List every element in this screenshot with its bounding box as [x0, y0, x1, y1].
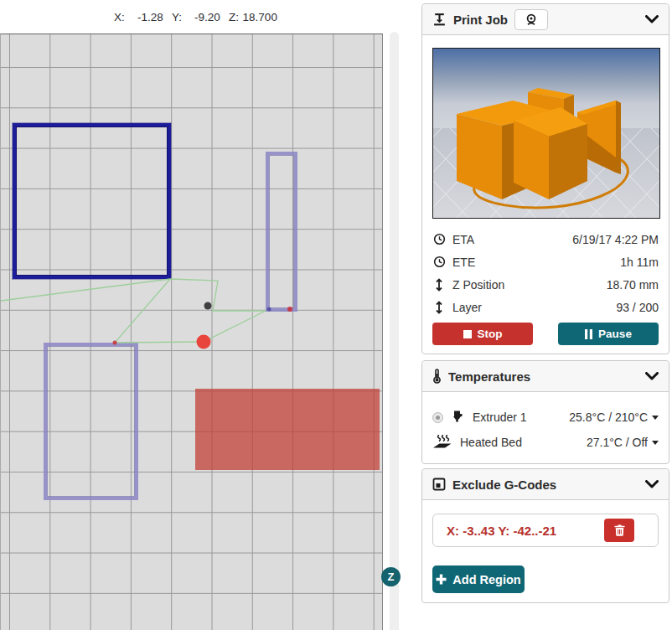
- webcam-icon: [525, 13, 538, 26]
- y-value: -9.20: [182, 11, 220, 23]
- toolpath-overlay: [1, 34, 384, 630]
- clock-icon: [432, 233, 446, 245]
- ete-row: ETE 1h 11m: [432, 250, 659, 273]
- print-preview-image: [432, 48, 660, 219]
- eta-label: ETA: [452, 233, 474, 246]
- print-job-title: Print Job: [453, 13, 508, 27]
- print-bed-canvas[interactable]: [0, 34, 383, 630]
- z-handle-label: Z: [388, 571, 395, 583]
- layer-row: Layer 93 / 200: [432, 296, 659, 318]
- heated-bed-row: Heated Bed 27.1°C / Off: [432, 430, 659, 455]
- exclude-gcodes-header[interactable]: Exclude G-Codes: [422, 469, 669, 500]
- excluded-region-coords: X: -3..43 Y: -42..-21: [447, 524, 556, 538]
- nozzle-position-dot: [197, 335, 211, 349]
- collapse-chevron-icon[interactable]: [645, 372, 659, 380]
- z-slider-handle[interactable]: Z: [381, 567, 401, 586]
- extruder-label: Extruder 1: [473, 411, 527, 424]
- caret-down-icon: [652, 416, 659, 420]
- ete-label: ETE: [452, 256, 475, 269]
- delete-region-button[interactable]: [604, 519, 634, 542]
- ete-value: 1h 11m: [620, 256, 659, 269]
- heated-bed-temp-dropdown[interactable]: 27.1°C / Off: [587, 436, 659, 449]
- print-job-stats: ETA 6/19/17 4:22 PM ETE 1h 11m Z Positio…: [432, 228, 659, 318]
- app-window: X: -1.28 Y: -9.20 Z: 18.700 Z: [0, 0, 672, 630]
- add-region-button[interactable]: Add Region: [432, 565, 525, 593]
- z-position-row: Z Position 18.70 mm: [432, 273, 659, 296]
- print-job-body: ETA 6/19/17 4:22 PM ETE 1h 11m Z Positio…: [422, 35, 669, 355]
- position-readout: X: -1.28 Y: -9.20 Z: 18.700: [0, 0, 383, 34]
- temperatures-panel: Temperatures Extruder 1 25.8°C / 210°C: [421, 360, 669, 464]
- y-label: Y:: [172, 11, 182, 23]
- temperatures-header[interactable]: Temperatures: [422, 361, 669, 392]
- extruder-icon: [451, 410, 465, 426]
- exclude-gcodes-title: Exclude G-Codes: [452, 478, 556, 492]
- retraction-marker: [287, 307, 292, 312]
- z-value: 18.700: [239, 11, 277, 23]
- pause-icon: [585, 329, 592, 339]
- retraction-marker: [113, 341, 117, 345]
- extruder-row: Extruder 1 25.8°C / 210°C: [432, 405, 659, 430]
- print-job-icon: [432, 13, 447, 27]
- trash-icon: [614, 524, 625, 536]
- x-value: -1.28: [125, 11, 163, 23]
- up-down-icon: [432, 278, 446, 292]
- layer-value: 93 / 200: [616, 301, 659, 314]
- temperatures-title: Temperatures: [448, 369, 530, 384]
- pause-button[interactable]: Pause: [558, 323, 659, 345]
- z-label: Z:: [229, 11, 239, 23]
- exclude-gcodes-body: X: -3..43 Y: -42..-21 Add Region: [422, 500, 669, 603]
- z-position-label: Z Position: [452, 278, 504, 292]
- print-job-panel: Print Job: [421, 3, 669, 354]
- z-slider-track[interactable]: [390, 32, 399, 630]
- print-job-header[interactable]: Print Job: [422, 4, 669, 35]
- stop-button[interactable]: Stop: [432, 323, 533, 345]
- exclude-gcodes-panel: Exclude G-Codes X: -3..43 Y: -42..-21 Ad…: [421, 468, 669, 603]
- excluded-region-list-item[interactable]: X: -3..43 Y: -42..-21: [432, 514, 659, 547]
- exclude-region-icon: [432, 478, 446, 491]
- clock-icon: [432, 256, 446, 268]
- thermometer-icon: [432, 369, 442, 384]
- temperatures-body: Extruder 1 25.8°C / 210°C Heated Bed 27.…: [422, 392, 669, 465]
- x-label: X:: [114, 11, 125, 23]
- extruder-temp-dropdown[interactable]: 25.8°C / 210°C: [569, 411, 659, 424]
- webcam-toggle-button[interactable]: [514, 9, 548, 30]
- caret-down-icon: [652, 441, 659, 445]
- extruder-radio[interactable]: [432, 412, 443, 423]
- eta-value: 6/19/17 4:22 PM: [572, 233, 659, 246]
- up-down-icon: [432, 301, 446, 314]
- layer-label: Layer: [452, 301, 482, 314]
- previous-position-dot: [204, 302, 212, 310]
- collapse-chevron-icon[interactable]: [645, 480, 659, 488]
- stop-icon: [463, 330, 472, 338]
- extrusion-marker: [267, 307, 271, 312]
- plus-icon: [436, 574, 447, 585]
- heated-bed-label: Heated Bed: [460, 436, 522, 449]
- collapse-chevron-icon[interactable]: [645, 15, 659, 23]
- heated-bed-icon: [432, 434, 452, 452]
- z-position-value: 18.70 mm: [607, 278, 659, 292]
- eta-row: ETA 6/19/17 4:22 PM: [432, 228, 659, 250]
